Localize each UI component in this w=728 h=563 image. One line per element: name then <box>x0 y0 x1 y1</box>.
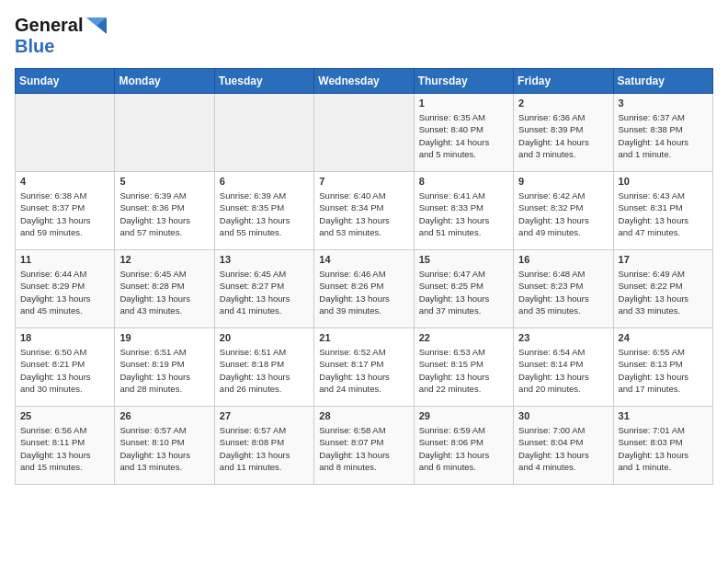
calendar-cell: 20Sunrise: 6:51 AM Sunset: 8:18 PM Dayli… <box>214 328 313 407</box>
calendar-cell <box>115 94 214 172</box>
calendar-week-row: 11Sunrise: 6:44 AM Sunset: 8:29 PM Dayli… <box>16 250 713 328</box>
page-header: General Blue <box>15 15 713 57</box>
col-thursday: Thursday <box>414 69 513 94</box>
day-info: Sunrise: 6:48 AM Sunset: 8:23 PM Dayligh… <box>518 268 608 316</box>
calendar-cell: 31Sunrise: 7:01 AM Sunset: 8:03 PM Dayli… <box>613 407 712 485</box>
day-number: 29 <box>419 410 508 421</box>
day-number: 27 <box>220 410 309 421</box>
calendar-cell: 7Sunrise: 6:40 AM Sunset: 8:34 PM Daylig… <box>314 172 414 250</box>
calendar-week-row: 18Sunrise: 6:50 AM Sunset: 8:21 PM Dayli… <box>16 328 713 407</box>
calendar-cell: 18Sunrise: 6:50 AM Sunset: 8:21 PM Dayli… <box>16 328 115 407</box>
day-number: 6 <box>220 176 309 187</box>
day-number: 16 <box>518 254 608 265</box>
calendar-cell: 5Sunrise: 6:39 AM Sunset: 8:36 PM Daylig… <box>115 172 214 250</box>
col-wednesday: Wednesday <box>314 69 414 94</box>
day-number: 13 <box>220 254 309 265</box>
day-number: 24 <box>619 332 708 343</box>
day-number: 4 <box>20 176 109 187</box>
logo: General Blue <box>15 15 107 57</box>
calendar-cell: 25Sunrise: 6:56 AM Sunset: 8:11 PM Dayli… <box>16 407 115 485</box>
day-number: 12 <box>119 254 209 265</box>
calendar-cell: 16Sunrise: 6:48 AM Sunset: 8:23 PM Dayli… <box>514 250 613 328</box>
calendar-table: Sunday Monday Tuesday Wednesday Thursday… <box>15 68 713 485</box>
day-number: 21 <box>319 332 408 343</box>
day-info: Sunrise: 6:51 AM Sunset: 8:18 PM Dayligh… <box>220 346 309 395</box>
calendar-cell: 27Sunrise: 6:57 AM Sunset: 8:08 PM Dayli… <box>214 407 313 485</box>
calendar-cell <box>214 94 313 172</box>
day-number: 11 <box>20 254 109 265</box>
day-number: 17 <box>619 254 708 265</box>
calendar-cell: 3Sunrise: 6:37 AM Sunset: 8:38 PM Daylig… <box>613 94 712 172</box>
day-info: Sunrise: 6:50 AM Sunset: 8:21 PM Dayligh… <box>20 346 109 395</box>
day-info: Sunrise: 6:44 AM Sunset: 8:29 PM Dayligh… <box>20 268 109 316</box>
col-saturday: Saturday <box>613 69 712 94</box>
calendar-cell: 1Sunrise: 6:35 AM Sunset: 8:40 PM Daylig… <box>414 94 513 172</box>
day-number: 26 <box>119 410 209 421</box>
day-info: Sunrise: 6:37 AM Sunset: 8:38 PM Dayligh… <box>619 111 708 160</box>
calendar-week-row: 25Sunrise: 6:56 AM Sunset: 8:11 PM Dayli… <box>16 407 713 485</box>
calendar-cell: 6Sunrise: 6:39 AM Sunset: 8:35 PM Daylig… <box>214 172 313 250</box>
day-info: Sunrise: 6:36 AM Sunset: 8:39 PM Dayligh… <box>518 111 608 160</box>
day-info: Sunrise: 6:43 AM Sunset: 8:31 PM Dayligh… <box>619 190 708 238</box>
day-number: 31 <box>619 410 708 421</box>
day-number: 3 <box>619 98 708 109</box>
day-number: 2 <box>518 98 608 109</box>
day-number: 22 <box>419 332 508 343</box>
day-number: 25 <box>20 410 109 421</box>
day-info: Sunrise: 6:49 AM Sunset: 8:22 PM Dayligh… <box>619 268 708 316</box>
day-number: 20 <box>220 332 309 343</box>
day-number: 5 <box>119 176 209 187</box>
day-info: Sunrise: 6:45 AM Sunset: 8:28 PM Dayligh… <box>119 268 209 316</box>
header-row: Sunday Monday Tuesday Wednesday Thursday… <box>16 69 713 94</box>
calendar-cell: 15Sunrise: 6:47 AM Sunset: 8:25 PM Dayli… <box>414 250 513 328</box>
day-number: 15 <box>419 254 508 265</box>
calendar-cell: 26Sunrise: 6:57 AM Sunset: 8:10 PM Dayli… <box>115 407 214 485</box>
day-info: Sunrise: 6:51 AM Sunset: 8:19 PM Dayligh… <box>119 346 209 395</box>
day-info: Sunrise: 6:42 AM Sunset: 8:32 PM Dayligh… <box>518 190 608 238</box>
calendar-cell: 11Sunrise: 6:44 AM Sunset: 8:29 PM Dayli… <box>16 250 115 328</box>
calendar-week-row: 1Sunrise: 6:35 AM Sunset: 8:40 PM Daylig… <box>16 94 713 172</box>
col-tuesday: Tuesday <box>214 69 313 94</box>
day-info: Sunrise: 6:38 AM Sunset: 8:37 PM Dayligh… <box>20 190 109 238</box>
day-info: Sunrise: 6:57 AM Sunset: 8:10 PM Dayligh… <box>119 424 209 473</box>
day-info: Sunrise: 6:55 AM Sunset: 8:13 PM Dayligh… <box>619 346 708 395</box>
day-info: Sunrise: 6:39 AM Sunset: 8:35 PM Dayligh… <box>220 190 309 238</box>
calendar-cell: 24Sunrise: 6:55 AM Sunset: 8:13 PM Dayli… <box>613 328 712 407</box>
day-info: Sunrise: 7:00 AM Sunset: 8:04 PM Dayligh… <box>518 424 608 473</box>
day-info: Sunrise: 6:52 AM Sunset: 8:17 PM Dayligh… <box>319 346 408 395</box>
day-info: Sunrise: 6:59 AM Sunset: 8:06 PM Dayligh… <box>419 424 508 473</box>
calendar-cell <box>16 94 115 172</box>
col-sunday: Sunday <box>16 69 115 94</box>
calendar-cell: 2Sunrise: 6:36 AM Sunset: 8:39 PM Daylig… <box>514 94 613 172</box>
calendar-cell: 10Sunrise: 6:43 AM Sunset: 8:31 PM Dayli… <box>613 172 712 250</box>
calendar-cell: 17Sunrise: 6:49 AM Sunset: 8:22 PM Dayli… <box>613 250 712 328</box>
calendar-cell: 13Sunrise: 6:45 AM Sunset: 8:27 PM Dayli… <box>214 250 313 328</box>
calendar-body: 1Sunrise: 6:35 AM Sunset: 8:40 PM Daylig… <box>16 94 713 485</box>
day-info: Sunrise: 6:39 AM Sunset: 8:36 PM Dayligh… <box>119 190 209 238</box>
day-number: 28 <box>319 410 408 421</box>
calendar-cell: 29Sunrise: 6:59 AM Sunset: 8:06 PM Dayli… <box>414 407 513 485</box>
calendar-cell: 9Sunrise: 6:42 AM Sunset: 8:32 PM Daylig… <box>514 172 613 250</box>
col-friday: Friday <box>514 69 613 94</box>
calendar-cell: 19Sunrise: 6:51 AM Sunset: 8:19 PM Dayli… <box>115 328 214 407</box>
day-number: 7 <box>319 176 408 187</box>
day-info: Sunrise: 6:35 AM Sunset: 8:40 PM Dayligh… <box>419 111 508 160</box>
day-number: 1 <box>419 98 508 109</box>
logo-icon <box>86 17 107 34</box>
day-info: Sunrise: 6:53 AM Sunset: 8:15 PM Dayligh… <box>419 346 508 395</box>
calendar-cell: 21Sunrise: 6:52 AM Sunset: 8:17 PM Dayli… <box>314 328 414 407</box>
day-number: 18 <box>20 332 109 343</box>
day-info: Sunrise: 6:54 AM Sunset: 8:14 PM Dayligh… <box>518 346 608 395</box>
day-info: Sunrise: 6:41 AM Sunset: 8:33 PM Dayligh… <box>419 190 508 238</box>
calendar-cell: 23Sunrise: 6:54 AM Sunset: 8:14 PM Dayli… <box>514 328 613 407</box>
day-info: Sunrise: 6:40 AM Sunset: 8:34 PM Dayligh… <box>319 190 408 238</box>
calendar-cell: 4Sunrise: 6:38 AM Sunset: 8:37 PM Daylig… <box>16 172 115 250</box>
logo-blue-text: Blue <box>15 36 54 56</box>
calendar-cell: 30Sunrise: 7:00 AM Sunset: 8:04 PM Dayli… <box>514 407 613 485</box>
calendar-cell <box>314 94 414 172</box>
day-number: 19 <box>119 332 209 343</box>
day-number: 9 <box>518 176 608 187</box>
day-number: 10 <box>619 176 708 187</box>
calendar-cell: 28Sunrise: 6:58 AM Sunset: 8:07 PM Dayli… <box>314 407 414 485</box>
day-number: 14 <box>319 254 408 265</box>
